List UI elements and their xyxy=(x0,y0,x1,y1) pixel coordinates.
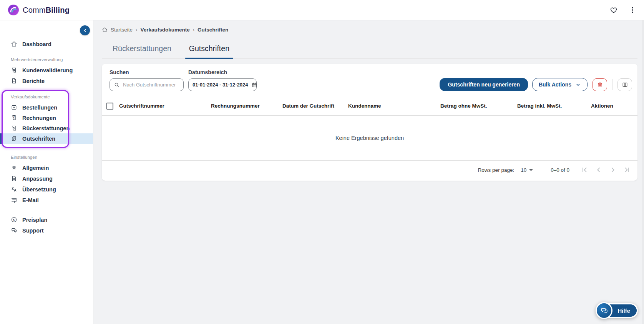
support-chat-icon xyxy=(11,227,17,234)
gutschriften-card: Suchen Datumsbereich 01-01-2024 - 31-12-… xyxy=(102,64,637,181)
toolbar-divider xyxy=(612,79,612,90)
date-range-label: Datumsbereich xyxy=(188,69,257,75)
kebab-menu-icon xyxy=(629,6,636,14)
credit-note-icon xyxy=(11,135,17,142)
sidebar-item-support[interactable]: Support xyxy=(0,225,93,236)
sidebar-item-anpassung[interactable]: Anpassung xyxy=(0,173,93,184)
sidebar-item-label: Rechnungen xyxy=(22,115,56,121)
select-all-checkbox[interactable] xyxy=(106,103,113,110)
help-button[interactable]: Hilfe xyxy=(596,302,638,319)
page-range-text: 0–0 of 0 xyxy=(551,167,569,173)
empty-state-message: Keine Ergebnisse gefunden xyxy=(102,116,637,161)
tab-gutschriften[interactable]: Gutschriften xyxy=(185,42,233,59)
search-field[interactable] xyxy=(110,78,184,91)
chevron-left-icon xyxy=(594,166,603,174)
breadcrumb-verkaufsdokumente[interactable]: Verkaufsdokumente xyxy=(140,27,189,33)
sidebar-collapse-button[interactable] xyxy=(80,25,90,35)
filter-row: Suchen Datumsbereich 01-01-2024 - 31-12-… xyxy=(102,64,637,91)
brand-name: CommBilling xyxy=(23,6,70,15)
next-page-button[interactable] xyxy=(609,166,617,174)
sidebar-item-label: Support xyxy=(22,228,44,234)
last-page-button[interactable] xyxy=(623,166,631,174)
first-page-icon xyxy=(580,166,589,174)
bulk-actions-label: Bulk Actions xyxy=(539,81,571,88)
translate-icon xyxy=(11,186,17,193)
sidebar-item-rechnungen[interactable]: € Rechnungen xyxy=(0,113,93,123)
document-gear-icon xyxy=(11,175,17,182)
favorites-button[interactable] xyxy=(609,6,618,14)
column-header-datum: Datum der Gutschrift xyxy=(282,103,348,109)
column-header-kundenname: Kundenname xyxy=(348,103,440,109)
sidebar-item-label: Allgemein xyxy=(22,165,49,171)
overflow-menu-button[interactable] xyxy=(629,6,636,14)
rows-per-page-select[interactable]: 10 xyxy=(521,167,533,173)
pagination-bar: Rows per page: 10 0–0 of 0 xyxy=(102,161,637,179)
sidebar-item-label: Kundenvalidierung xyxy=(22,67,73,73)
svg-text:€: € xyxy=(13,218,15,221)
delete-button[interactable] xyxy=(593,78,607,91)
receipt-percent-icon xyxy=(11,67,17,73)
sidebar-item-rueckerstattungen[interactable]: Rückerstattungen xyxy=(0,123,93,133)
sidebar-item-kundenvalidierung[interactable]: Kundenvalidierung xyxy=(0,65,93,75)
breadcrumb-separator: › xyxy=(136,27,137,33)
column-header-betrag-ohne-mwst: Betrag ohne MwSt. xyxy=(440,103,517,109)
breadcrumb-startseite[interactable]: Startseite xyxy=(111,27,133,33)
order-inbox-icon xyxy=(11,104,17,111)
column-header-gutschriftnummer: Gutschriftnummer xyxy=(119,103,211,109)
main-content: Startseite › Verkaufsdokumente › Gutschr… xyxy=(93,20,644,324)
mail-gear-icon xyxy=(11,197,17,203)
column-header-aktionen: Aktionen xyxy=(591,103,637,109)
sidebar-item-label: Gutschriften xyxy=(22,136,55,142)
columns-icon xyxy=(622,81,628,88)
sidebar-item-dashboard[interactable]: Dashboard xyxy=(0,39,93,49)
sidebar-item-preisplan[interactable]: € Preisplan xyxy=(0,214,93,225)
report-document-icon xyxy=(11,78,17,84)
column-header-betrag-inkl-mwst: Betrag inkl. MwSt. xyxy=(517,103,591,109)
gear-icon xyxy=(11,164,17,171)
sidebar-item-berichte[interactable]: Berichte xyxy=(0,76,93,86)
date-range-value: 01-01-2024 - 31-12-2024 xyxy=(193,82,248,88)
invoice-receipt-icon: € xyxy=(11,115,17,121)
sidebar-item-label: Rückerstattungen xyxy=(22,125,70,131)
chevron-left-icon xyxy=(82,28,88,33)
commbilling-logo-icon xyxy=(8,4,19,16)
bulk-actions-button[interactable]: Bulk Actions xyxy=(532,78,588,91)
calendar-icon xyxy=(251,82,257,88)
trash-icon xyxy=(597,81,603,88)
breadcrumb-gutschriften[interactable]: Gutschriften xyxy=(198,27,228,33)
manage-columns-button[interactable] xyxy=(617,78,632,91)
breadcrumb: Startseite › Verkaufsdokumente › Gutschr… xyxy=(102,27,637,33)
chevron-down-icon xyxy=(575,82,581,88)
date-range-field[interactable]: 01-01-2024 - 31-12-2024 xyxy=(188,78,257,91)
sidebar-item-label: Preisplan xyxy=(22,217,47,223)
scrollbar-track[interactable] xyxy=(642,20,644,324)
sidebar-item-email[interactable]: E-Mail xyxy=(0,195,93,205)
refund-receipt-icon xyxy=(11,125,17,131)
sidebar-item-label: Berichte xyxy=(22,78,45,84)
sidebar-item-label: Bestellungen xyxy=(22,105,57,111)
rows-per-page-label: Rows per page: xyxy=(478,167,515,173)
last-page-icon xyxy=(623,166,631,174)
tab-bar: Rückerstattungen Gutschriften xyxy=(102,42,637,59)
tab-rueckerstattungen[interactable]: Rückerstattungen xyxy=(109,42,175,59)
regenerate-credit-notes-button[interactable]: Gutschriften neu generieren xyxy=(440,78,528,91)
sidebar-item-gutschriften[interactable]: Gutschriften xyxy=(0,133,93,144)
euro-circle-icon: € xyxy=(11,216,17,223)
sidebar-item-allgemein[interactable]: Allgemein xyxy=(0,163,93,173)
first-page-button[interactable] xyxy=(580,166,589,174)
sidebar-item-uebersetzung[interactable]: Übersetzung xyxy=(0,184,93,194)
sidebar-section-verkaufsdokumente-group: Verkaufsdokumente Bestellungen € Rechnun… xyxy=(0,90,93,147)
sidebar-item-label: Dashboard xyxy=(22,41,51,47)
caret-down-icon xyxy=(529,169,533,171)
chevron-right-icon xyxy=(609,166,617,174)
previous-page-button[interactable] xyxy=(594,166,603,174)
sidebar-item-bestellungen[interactable]: Bestellungen xyxy=(0,102,93,113)
search-icon xyxy=(114,82,120,88)
sidebar-item-label: Anpassung xyxy=(22,176,53,182)
column-header-rechnungsnummer: Rechnungsnummer xyxy=(211,103,282,109)
toolbar: Gutschriften neu generieren Bulk Actions xyxy=(440,78,632,91)
brand-logo[interactable]: CommBilling xyxy=(8,4,70,16)
chat-bubbles-icon xyxy=(600,307,608,315)
search-input[interactable] xyxy=(123,82,179,88)
sidebar-section-einstellungen: Einstellungen xyxy=(0,155,93,160)
